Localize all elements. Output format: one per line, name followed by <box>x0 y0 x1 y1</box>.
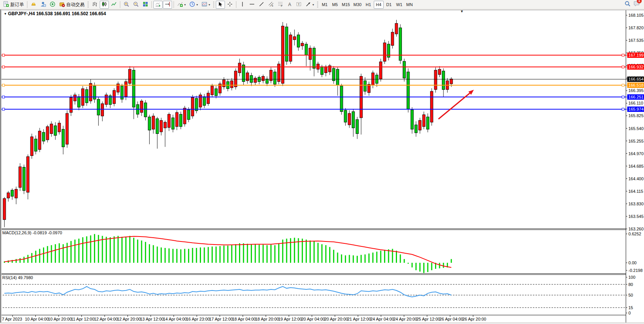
macd-histogram-bar <box>443 263 444 268</box>
channel-button[interactable]: E <box>266 1 276 9</box>
candle-body <box>203 97 206 105</box>
candle-body <box>15 189 18 198</box>
hline-handle[interactable] <box>622 96 624 98</box>
chart-shift-button[interactable] <box>163 1 172 9</box>
price-tick-label: 163.830 <box>628 202 644 206</box>
price-tick-label: 164.970 <box>628 151 644 156</box>
auto-trading-button[interactable]: 自动交易 <box>57 1 86 9</box>
hline-handle[interactable] <box>2 84 5 86</box>
signals-button[interactable] <box>48 1 57 9</box>
chart-canvas[interactable]: 168.105167.820167.535167.250166.965166.6… <box>0 0 644 324</box>
indicators-button[interactable]: ▾ <box>175 1 187 9</box>
vertical-line-button[interactable] <box>238 1 247 9</box>
toolbar-grip <box>213 2 214 8</box>
time-label: 18 Apr 20:00 <box>255 317 279 321</box>
macd-histogram-bar <box>263 245 264 263</box>
auto-scroll-button[interactable] <box>153 1 163 9</box>
toolbar: 新订单 自动交易 <box>0 0 644 10</box>
text-button[interactable]: A <box>285 1 294 9</box>
candle-body <box>38 131 41 150</box>
hline-handle[interactable] <box>622 84 624 86</box>
candle-body <box>144 103 147 117</box>
candle-body <box>168 114 171 127</box>
time-label: 10 Apr 20:00 <box>48 317 72 321</box>
fibonacci-button[interactable]: F <box>276 1 285 9</box>
candle-body <box>289 35 292 62</box>
hline-handle[interactable] <box>2 108 5 110</box>
macd-histogram-bar <box>337 253 338 263</box>
macd-histogram-bar <box>372 253 373 263</box>
hline-handle[interactable] <box>2 96 5 98</box>
timeframe-h4-button[interactable]: H4 <box>374 1 384 9</box>
candle-body <box>426 117 429 129</box>
macd-histogram-bar <box>376 252 378 263</box>
timeframe-mn-button[interactable]: MN <box>405 1 414 9</box>
profile-button[interactable] <box>38 1 48 9</box>
macd-histogram-bar <box>172 249 174 263</box>
candle-body <box>70 97 72 112</box>
community-button[interactable] <box>29 1 38 9</box>
hline-handle[interactable] <box>622 108 624 110</box>
timeframe-m5-button[interactable]: M5 <box>330 1 340 9</box>
timeframe-m1-button[interactable]: M1 <box>320 1 330 9</box>
macd-histogram-bar <box>200 248 201 263</box>
timeframe-d1-button[interactable]: D1 <box>384 1 394 9</box>
macd-histogram-bar <box>118 236 119 263</box>
price-tick-label: 164.115 <box>628 189 643 194</box>
macd-histogram-bar <box>90 235 91 263</box>
rsi-scale-label: 50 <box>628 293 633 297</box>
candle-body <box>297 35 300 47</box>
timeframe-m15-button[interactable]: M15 <box>340 1 351 9</box>
macd-histogram-bar <box>360 255 362 263</box>
zoom-out-button[interactable] <box>131 1 140 9</box>
candle-body <box>411 110 413 129</box>
candle-body <box>246 73 249 81</box>
trendline-button[interactable] <box>257 1 266 9</box>
horizontal-line-button[interactable] <box>247 1 257 9</box>
timeframe-m30-button[interactable]: M30 <box>352 1 363 9</box>
chat-button[interactable]: 1 <box>633 0 640 9</box>
zoom-in-button[interactable] <box>122 1 131 9</box>
toolbar-separator <box>120 1 120 8</box>
chart-type-bars-button[interactable] <box>90 1 99 9</box>
timeframe-h1-button[interactable]: H1 <box>363 1 373 9</box>
candle-body <box>207 93 210 104</box>
macd-histogram-bar <box>141 240 142 263</box>
candle-body <box>3 199 6 220</box>
macd-histogram-bar <box>384 250 385 263</box>
price-line-label: 167.199 <box>628 53 644 57</box>
macd-histogram-bar <box>388 249 389 263</box>
periods-button[interactable]: ▾ <box>188 1 199 9</box>
macd-scale-label: -0.2198 <box>628 268 642 273</box>
crosshair-button[interactable] <box>225 1 234 9</box>
zoom-in-icon <box>123 1 129 8</box>
chevron-down-icon: ▾ <box>184 3 186 6</box>
chart-type-line-button[interactable] <box>109 1 118 9</box>
macd-histogram-bar <box>451 259 452 263</box>
hline-handle[interactable] <box>622 66 624 68</box>
new-order-button[interactable]: 新订单 <box>2 1 26 9</box>
time-label: 11 Apr 12:00 <box>71 317 95 321</box>
hline-handle[interactable] <box>2 66 5 68</box>
candle-body <box>89 83 92 101</box>
label-button[interactable]: T <box>294 1 303 9</box>
svg-text:T: T <box>298 3 300 6</box>
chart-type-candles-button[interactable] <box>100 1 109 9</box>
timeframe-w1-button[interactable]: W1 <box>394 1 404 9</box>
hline-handle[interactable] <box>2 54 5 56</box>
templates-button[interactable]: ▾ <box>200 1 212 9</box>
macd-histogram-bar <box>208 247 209 263</box>
macd-histogram-bar <box>321 244 322 263</box>
cursor-button[interactable] <box>216 1 225 9</box>
collapse-triangle-icon[interactable]: ▼ <box>4 12 7 16</box>
macd-histogram-bar <box>51 245 52 263</box>
hline-handle[interactable] <box>622 54 624 56</box>
search-icon[interactable] <box>624 0 631 9</box>
candle-body <box>66 113 69 144</box>
arrows-button[interactable]: ▾ <box>304 1 316 9</box>
macd-histogram-bar <box>86 236 87 263</box>
candle-body <box>274 72 276 84</box>
time-label: 26 Apr 20:00 <box>462 317 486 321</box>
svg-text:E: E <box>272 5 273 7</box>
tile-windows-button[interactable] <box>141 1 150 9</box>
